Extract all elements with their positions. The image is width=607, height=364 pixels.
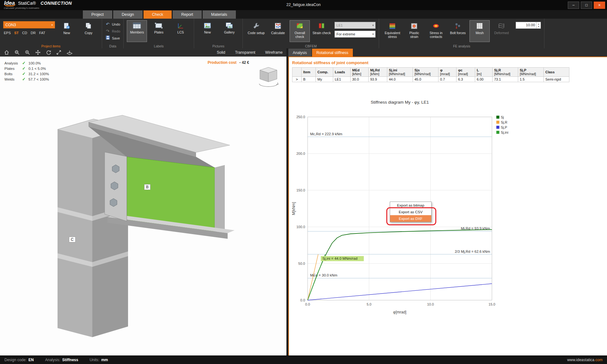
tab-report[interactable]: Report [173,10,202,19]
strain-check-icon [318,22,325,30]
column-header[interactable]: Item [302,68,316,77]
stiffness-chart-area: 0.050.0100.0150.0200.0250.00.05.010.015.… [290,95,607,320]
spin-up-icon: ▲ [536,23,541,25]
mode-st[interactable]: ST [14,31,19,35]
new-item-button[interactable]: New [57,20,77,42]
undo-button[interactable]: ↶ Undo [105,21,120,27]
view-mode-wireframe[interactable]: Wireframe [265,50,283,55]
window-controls: – □ × [568,2,607,9]
spinner-arrows[interactable]: ▲▼ [536,22,541,28]
column-header[interactable]: MEd[kNm] [351,68,369,77]
pan-icon[interactable] [35,50,41,55]
table-cell: 6.00 [475,77,493,82]
minimize-button[interactable]: – [568,2,579,9]
column-header[interactable]: Sj,R[MNm/rad] [493,68,518,77]
logo-tagline: Calculate yesterday's estimates [4,7,72,9]
svg-text:150.0: 150.0 [296,188,305,192]
svg-text:Sj,R: Sj,R [501,120,507,124]
column-header[interactable] [292,68,302,77]
column-header[interactable]: φc[mrad] [457,68,475,77]
svg-text:200.0: 200.0 [296,152,305,155]
overall-check-label: Overall check [291,31,309,39]
zoom-window-icon[interactable] [14,50,20,55]
deformed-scale-spinner[interactable]: 10.00 ▲▼ [516,22,541,29]
table-cell: 93.9 [369,77,387,82]
member-label-b: B [144,184,150,190]
close-button[interactable]: × [594,2,605,9]
strain-check-button[interactable]: Strain check [311,20,332,42]
code-setup-button[interactable]: Code setup [246,20,266,42]
svg-text:15.0: 15.0 [488,302,495,306]
mesh-toggle-button[interactable]: Mesh [469,20,490,42]
rotate-view-icon[interactable] [46,50,51,55]
member-label-c: C [69,237,76,242]
code-setup-label: Code setup [248,31,265,35]
column-header[interactable]: Sj,P[MNm/rad] [518,68,544,77]
column-header[interactable]: Mj,Rd[kNm] [369,68,387,77]
members-icon [133,22,141,29]
table-cell: 6.3 [457,77,475,82]
column-header[interactable]: Loads [333,68,351,77]
svg-text:100.0: 100.0 [296,225,305,229]
equivalent-stress-button[interactable]: Equivalent stress [382,20,402,42]
lcs-toggle-button[interactable]: LCS [170,20,191,42]
website-link[interactable]: www.ideastatica.com [567,358,603,362]
3d-viewport[interactable]: Analysis✓100.0%Plates✓0.1 < 5.0%Bolts✓31… [0,57,286,355]
gallery-button[interactable]: Gallery [219,20,239,42]
redo-button[interactable]: ↷ Redo [105,28,120,34]
tab-materials[interactable]: Materials [203,10,236,19]
stress-in-contacts-button[interactable]: Stress in contacts [426,20,446,42]
ribbon-group-cbfem: Code setup Calculate Overall check Strai… [243,19,379,48]
overall-check-button[interactable]: Overall check [290,20,310,42]
load-case-select[interactable]: LE1 ▾ [334,22,376,29]
extreme-select[interactable]: For extreme ▾ [334,31,376,38]
column-header[interactable]: Class [544,68,569,77]
logo-statica: StatiCa® [18,1,36,6]
column-header[interactable]: Sjs[MNm/rad] [413,68,438,77]
clipping-icon[interactable] [66,50,73,55]
mode-dr[interactable]: DR [31,31,36,35]
menu-item-export-as-csv[interactable]: Export as CSV [390,209,431,215]
tab-project[interactable]: Project [83,10,112,19]
view-mode-transparent[interactable]: Transparent [235,50,255,55]
results-panel-body: Rotational stiffness of joint component … [288,57,607,355]
row-expander[interactable]: > [292,77,302,82]
members-toggle-button[interactable]: Members [127,20,147,42]
mode-fat[interactable]: FAT [39,31,45,35]
connection-select[interactable]: CON3 ▾ [3,21,55,28]
plates-toggle-button[interactable]: Plates [149,20,169,42]
column-header[interactable]: φ[mrad] [438,68,457,77]
view-mode-solid[interactable]: Solid [217,50,225,55]
tab-check[interactable]: Check [144,10,172,19]
zoom-icon[interactable] [25,50,30,55]
tab-analysis[interactable]: Analysis [288,49,311,57]
plastic-strain-button[interactable]: Plastic strain [404,20,424,42]
column-header[interactable]: L[m] [475,68,493,77]
zoom-extents-icon[interactable] [56,50,62,55]
viewport-pane: Solid Transparent Wireframe [0,48,286,355]
table-row[interactable]: >BMyLE130.093.944.045.00.76.36.0073.11.5… [292,77,569,82]
maximize-button[interactable]: □ [581,2,592,9]
table-cell: 73.1 [493,77,518,82]
column-header[interactable]: Sj,ini[MNm/rad] [387,68,413,77]
menu-item-export-as-dxf[interactable]: Export as DXF [390,215,431,222]
save-button[interactable]: Save [105,35,120,41]
bolt-forces-button[interactable]: Bolt forces [448,20,468,42]
mode-eps[interactable]: EPS [4,31,11,35]
wrench-icon [252,22,260,30]
home-icon[interactable] [4,50,9,55]
svg-text:Sj: Sj [501,115,504,119]
navigation-cube[interactable] [255,64,282,91]
menu-item-export-as-bitmap[interactable]: Export as bitmap [390,202,431,209]
stress-contacts-icon [432,22,440,30]
calculate-button[interactable]: Calculate [268,20,288,42]
deformed-button[interactable]: Deformed [491,20,512,42]
group-label-fe-analysis: FE analysis [379,44,544,48]
mode-cd[interactable]: CD [22,31,27,35]
copy-item-button[interactable]: Copy [78,20,99,42]
extreme-value: For extreme [336,32,355,36]
tab-rotational-stiffness[interactable]: Rotational stiffness [312,49,353,57]
column-header[interactable]: Comp. [316,68,333,77]
new-picture-button[interactable]: New [197,20,218,42]
tab-design[interactable]: Design [113,10,143,19]
